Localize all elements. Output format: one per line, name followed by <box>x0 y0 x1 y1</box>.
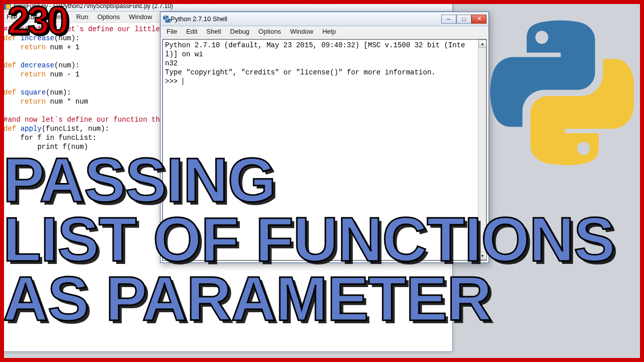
code-kw: def <box>4 88 16 97</box>
close-button[interactable]: ✕ <box>471 15 487 24</box>
text-caret <box>183 78 183 85</box>
python-shell-icon <box>163 15 171 23</box>
editor-menu-options[interactable]: Options <box>93 12 124 22</box>
headline-line: AS PARAMETER <box>3 269 615 329</box>
headline-overlay: PASSING LIST OF FUNCTIONS AS PARAMETER <box>3 151 615 328</box>
code-kw: return <box>21 70 46 78</box>
headline-line: LIST OF FUNCTIONS <box>3 210 615 269</box>
code-kw: def <box>4 125 16 133</box>
code-fname: apply <box>21 125 42 133</box>
shell-prompt: >>> <box>165 77 182 86</box>
episode-number-overlay: 230 <box>8 4 67 37</box>
shell-banner-line: Type "copyright", "credits" or "license(… <box>165 68 436 76</box>
minimize-button[interactable]: ─ <box>441 15 456 24</box>
svg-point-2 <box>165 16 166 17</box>
shell-banner-line: Python 2.7.10 (default, May 23 2015, 09:… <box>165 41 465 58</box>
code-kw: return <box>21 43 46 51</box>
shell-menu-help[interactable]: Help <box>318 27 340 36</box>
editor-menu-window[interactable]: Window <box>125 12 156 22</box>
code-text: num + 1 <box>46 43 79 51</box>
shell-menu-window[interactable]: Window <box>286 27 317 36</box>
scroll-up-button[interactable]: ▲ <box>478 40 487 48</box>
code-comment: #and now let`s define our function tha <box>4 116 164 124</box>
shell-menu-shell[interactable]: Shell <box>202 27 225 36</box>
editor-menu-run[interactable]: Run <box>72 12 93 22</box>
shell-menu-options[interactable]: Options <box>255 27 285 36</box>
code-text: for f in funcList: <box>4 134 97 142</box>
shell-banner-line: n32 <box>165 59 178 67</box>
shell-menubar: File Edit Shell Debug Options Window Hel… <box>160 26 489 37</box>
code-text: (num): <box>54 61 79 69</box>
shell-menu-edit[interactable]: Edit <box>182 27 201 36</box>
code-kw: return <box>21 98 46 106</box>
shell-titlebar[interactable]: Python 2.7.10 Shell ─ □ ✕ <box>160 12 489 26</box>
editor-titlebar: passFunc.py - C:\Python27\myScripts\pass… <box>1 1 452 12</box>
code-fname: square <box>21 88 46 97</box>
code-text: (num): <box>46 88 71 97</box>
shell-menu-file[interactable]: File <box>163 27 181 36</box>
python-logo-icon <box>488 20 634 166</box>
window-controls: ─ □ ✕ <box>441 15 487 24</box>
code-fname: decrease <box>21 61 54 69</box>
code-kw: def <box>4 61 16 69</box>
maximize-button[interactable]: □ <box>456 15 471 24</box>
shell-menu-debug[interactable]: Debug <box>226 27 253 36</box>
code-text: num * num <box>46 98 88 106</box>
code-text: (funcList, num): <box>42 125 109 133</box>
shell-title-text: Python 2.7.10 Shell <box>171 15 441 23</box>
code-text: num - 1 <box>46 70 79 78</box>
